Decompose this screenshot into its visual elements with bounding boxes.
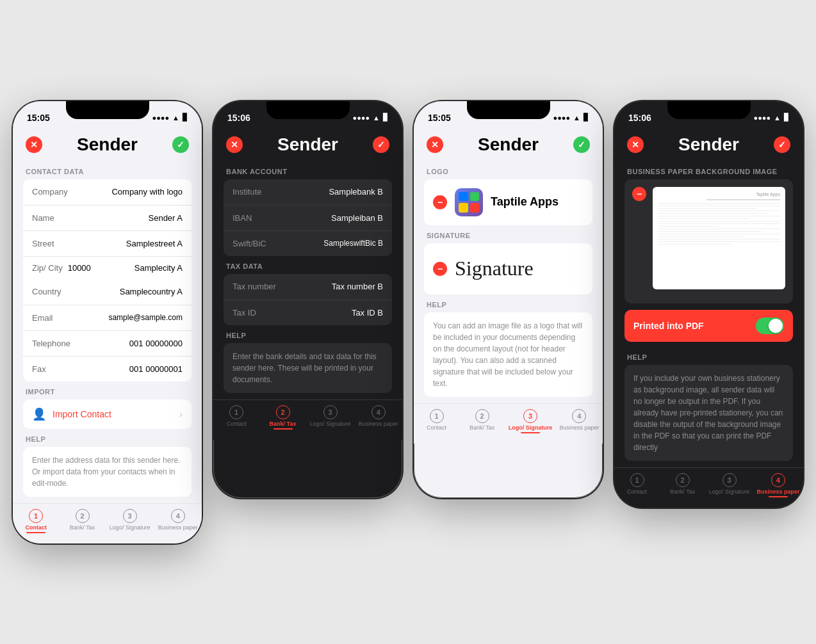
tab-contact-4[interactable]: 1 Contact (618, 473, 657, 495)
phone-1: 15:05 ●●●● ▲ ▊ ✕ Sender ✓ CONTACT DATA C… (13, 101, 202, 543)
tab-label-biz1: Business paper (158, 524, 198, 531)
tab-num-42: 2 (676, 473, 690, 487)
value-tel: 001 00000000 (129, 339, 183, 348)
content-1: CONTACT DATA Company Company with logo N… (13, 161, 202, 497)
battery-icon-4: ▊ (784, 113, 789, 122)
tab-logo-4[interactable]: 3 Logo/ Signature (709, 473, 750, 495)
table-row: Fax 001 00000001 (23, 356, 192, 382)
help-box-4: If you include your own business station… (624, 365, 793, 461)
notch-2 (266, 101, 350, 119)
icon-cell-4 (470, 203, 480, 213)
section-label-help1: HELP (23, 429, 192, 447)
tab-label-contact2: Contact (227, 421, 247, 427)
battery-icon-1: ▊ (183, 113, 188, 122)
battery-icon-3: ▊ (583, 113, 589, 122)
help-box-2: Enter the bank details and tax data for … (224, 343, 392, 393)
tab-biz-1[interactable]: 4 Business paper (158, 509, 198, 531)
screen-header-1: ✕ Sender ✓ (13, 129, 202, 161)
table-row: Country Samplecountry A (23, 279, 192, 305)
tab-num-32: 2 (475, 409, 489, 423)
business-paper-preview-container: − Taptile Apps (624, 179, 793, 303)
value-country: Samplecountry A (120, 287, 183, 296)
tab-num-24: 4 (371, 405, 386, 419)
remove-sig-button[interactable]: − (433, 262, 447, 276)
remove-logo-button[interactable]: − (433, 195, 447, 209)
tab-num-43: 3 (722, 473, 737, 487)
section-label-help2: HELP (224, 325, 392, 343)
wifi-icon-4: ▲ (774, 114, 781, 122)
label-taxnum: Tax number (233, 282, 276, 291)
status-icons-1: ●●●● ▲ ▊ (152, 113, 188, 122)
screen-title-1: Sender (77, 134, 138, 155)
tab-bank-3[interactable]: 2 Bank/ Tax (463, 409, 502, 431)
tab-num-22: 2 (276, 405, 290, 419)
tab-logo-1[interactable]: 3 Logo/ Signature (110, 509, 151, 531)
table-row: Email sample@sample.com (23, 305, 192, 330)
phone-2: 15:06 ●●●● ▲ ▊ ✕ Sender ✓ BANK ACCOUNT I… (213, 101, 402, 498)
tab-label-logo2: Logo/ Signature (310, 421, 351, 427)
tab-biz-2[interactable]: 4 Business paper (359, 405, 398, 427)
tab-bar-4: 1 Contact 2 Bank/ Tax 3 Logo/ Signature … (614, 467, 803, 508)
time-2: 15:06 (227, 113, 250, 123)
paper-header-mini: Taptile Apps (756, 192, 780, 197)
value-iban: Sampleiban B (331, 213, 383, 223)
close-button-2[interactable]: ✕ (226, 136, 243, 153)
toggle-knob (769, 319, 783, 333)
check-button-1[interactable]: ✓ (172, 136, 189, 153)
table-row: Tax ID Tax ID B (224, 300, 392, 325)
tab-biz-3[interactable]: 4 Business paper (559, 409, 599, 431)
phone-3: 15:05 ●●●● ▲ ▊ ✕ Sender ✓ LOGO − (414, 101, 603, 498)
form-group-bank: Institute Samplebank B IBAN Sampleiban B… (224, 179, 392, 256)
tab-logo-3[interactable]: 3 Logo/ Signature (509, 409, 553, 431)
tab-contact-3[interactable]: 1 Contact (418, 409, 456, 431)
section-label-sig: SIGNATURE (424, 225, 592, 243)
close-button-1[interactable]: ✕ (26, 136, 42, 153)
label-iban: IBAN (233, 213, 252, 223)
tab-num-3: 3 (123, 509, 137, 523)
signal-icon-3: ●●●● (553, 114, 571, 122)
value-name: Sender A (149, 213, 183, 223)
paper-preview: Taptile Apps (653, 187, 785, 289)
import-row[interactable]: 👤 Import Contact › (23, 399, 192, 429)
check-button-2[interactable]: ✓ (373, 136, 389, 153)
time-3: 15:05 (428, 113, 451, 123)
tab-bank-2[interactable]: 2 Bank/ Tax (264, 405, 302, 427)
table-row: Swift/BiC SampleswiftBic B (224, 230, 392, 256)
icon-cell-2 (470, 192, 480, 202)
label-fax: Fax (32, 364, 46, 374)
tab-biz-4[interactable]: 4 Business paper (756, 473, 799, 495)
value-taxid: Tax ID B (352, 308, 383, 318)
help-box-1: Enter the address data for this sender h… (23, 447, 192, 497)
close-button-4[interactable]: ✕ (627, 136, 644, 153)
table-row: Institute Samplebank B (224, 179, 392, 205)
remove-paper-button[interactable]: − (632, 187, 646, 201)
label-name: Name (32, 213, 54, 223)
tab-num-33: 3 (523, 409, 537, 423)
tab-label-contact3: Contact (427, 424, 446, 431)
value-taxnum: Tax number B (332, 282, 383, 291)
wifi-icon-3: ▲ (573, 114, 580, 122)
tab-contact-2[interactable]: 1 Contact (217, 405, 256, 427)
phones-container: 15:05 ●●●● ▲ ▊ ✕ Sender ✓ CONTACT DATA C… (0, 82, 816, 563)
tab-label-biz2: Business paper (359, 421, 398, 427)
time-4: 15:06 (628, 113, 651, 123)
tab-label-logo4: Logo/ Signature (709, 488, 750, 495)
zip-value: 10000 (68, 263, 91, 273)
label-street: Street (32, 239, 54, 248)
screen-title-3: Sender (478, 134, 539, 155)
tab-contact-1[interactable]: 1 Contact (17, 509, 55, 531)
content-2: BANK ACCOUNT Institute Samplebank B IBAN… (213, 161, 402, 393)
check-button-3[interactable]: ✓ (573, 136, 590, 153)
toggle-switch[interactable] (756, 318, 784, 334)
tab-num-41: 1 (630, 473, 644, 487)
tab-bank-4[interactable]: 2 Bank/ Tax (664, 473, 702, 495)
close-button-3[interactable]: ✕ (427, 136, 443, 153)
tab-bank-1[interactable]: 2 Bank/ Tax (63, 509, 102, 531)
section-label-tax: TAX DATA (224, 256, 392, 274)
tab-logo-2[interactable]: 3 Logo/ Signature (310, 405, 351, 427)
tab-label-contact: Contact (25, 524, 47, 531)
form-group-contact: Company Company with logo Name Sender A … (23, 179, 192, 382)
check-button-4[interactable]: ✓ (774, 136, 790, 153)
content-4: BUSINESS PAPER BACKGROUND IMAGE − Taptil… (614, 161, 803, 461)
table-row: Tax number Tax number B (224, 274, 392, 300)
